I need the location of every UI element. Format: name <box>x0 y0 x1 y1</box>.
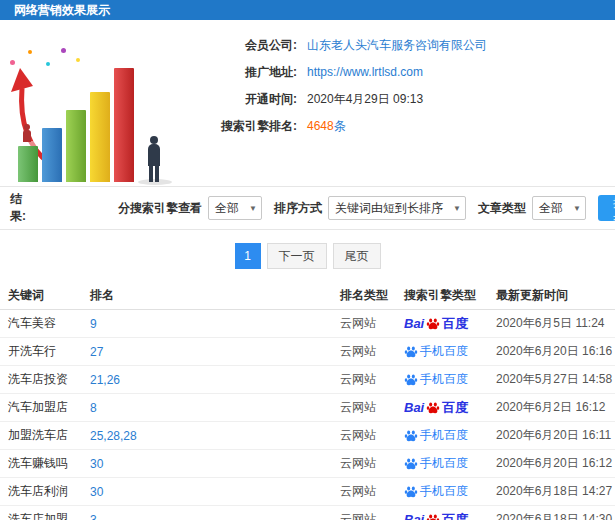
mobile-baidu-label: 手机百度 <box>420 343 468 360</box>
info-row-rank-count: 搜索引擎排名: 4648 条 <box>195 117 615 135</box>
baidu-logo-text: Bai <box>404 316 424 331</box>
keyword-cell: 洗车店投资 <box>8 371 90 388</box>
update-time-cell: 2020年6月20日 16:11 <box>496 427 615 444</box>
baidu-paw-icon <box>404 345 418 359</box>
update-time-cell: 2020年6月18日 14:30 <box>496 511 615 520</box>
col-rank-type: 排名类型 <box>340 287 404 304</box>
member-info-section: 会员公司: 山东老人头汽车服务咨询有限公司 推广地址: https://www.… <box>0 20 615 186</box>
sort-filter-select[interactable]: 关键词由短到长排序 ▼ <box>328 196 466 220</box>
pagination: 1 下一页 尾页 <box>0 243 615 269</box>
engine-type-cell: 手机百度 <box>404 371 496 388</box>
table-row: 洗车店投资 21,26 云网站 手机百度 2020年5月27日 14:58 <box>0 366 615 394</box>
col-engine-type: 搜索引擎类型 <box>404 287 496 304</box>
baidu-paw-icon <box>426 401 440 415</box>
engine-type-cell: 手机百度 <box>404 483 496 500</box>
illustration-bar <box>90 92 110 182</box>
engine-rank-label: 搜索引擎排名: <box>195 118 297 135</box>
rank-cell[interactable]: 21,26 <box>90 373 340 387</box>
rank-cell[interactable]: 9 <box>90 317 340 331</box>
update-time-cell: 2020年6月18日 14:27 <box>496 483 615 500</box>
rank-type-cell: 云网站 <box>340 511 404 520</box>
engine-filter-select[interactable]: 全部 ▼ <box>208 196 262 220</box>
baidu-paw-icon <box>404 429 418 443</box>
chevron-down-icon: ▼ <box>245 204 261 213</box>
pagination-next-button[interactable]: 下一页 <box>267 243 327 269</box>
table-row: 加盟洗车店 25,28,28 云网站 手机百度 2020年6月20日 16:11 <box>0 422 615 450</box>
mobile-baidu-label: 手机百度 <box>420 455 468 472</box>
rank-type-cell: 云网站 <box>340 343 404 360</box>
rank-type-cell: 云网站 <box>340 399 404 416</box>
table-row: 汽车美容 9 云网站 Bai 百度 2020年6月5日 11:24 <box>0 310 615 338</box>
baidu-logo-text: Bai <box>404 512 424 520</box>
info-row-url: 推广地址: https://www.lrtlsd.com <box>195 63 615 81</box>
sort-filter-label: 排序方式 <box>274 200 322 217</box>
chevron-down-icon: ▼ <box>569 204 585 213</box>
rank-cell[interactable]: 3 <box>90 513 340 520</box>
engine-type-cell: 手机百度 <box>404 343 496 360</box>
keyword-cell: 汽车美容 <box>8 315 90 332</box>
table-row: 洗车店加盟 3 云网站 Bai 百度 2020年6月18日 14:30 <box>0 506 615 520</box>
baidu-logo-cn: 百度 <box>442 315 468 333</box>
col-keyword: 关键词 <box>8 287 90 304</box>
table-row: 洗车赚钱吗 30 云网站 手机百度 2020年6月20日 16:12 <box>0 450 615 478</box>
update-time-cell: 2020年6月20日 16:16 <box>496 343 615 360</box>
rank-cell[interactable]: 27 <box>90 345 340 359</box>
filter-bar: 结果: 分搜索引擎查看 全部 ▼ 排序方式 关键词由短到长排序 ▼ 文章类型 全… <box>0 186 615 230</box>
engine-type-cell: Bai 百度 <box>404 399 496 417</box>
engine-rank-unit: 条 <box>334 118 346 135</box>
confetti-dot <box>76 58 80 62</box>
rank-type-cell: 云网站 <box>340 315 404 332</box>
table-row: 开洗车行 27 云网站 手机百度 2020年6月20日 16:16 <box>0 338 615 366</box>
person-figure <box>144 136 164 182</box>
submit-button[interactable]: 提交 <box>598 195 615 221</box>
rank-type-cell: 云网站 <box>340 455 404 472</box>
baidu-paw-icon <box>426 317 440 331</box>
table-row: 汽车加盟店 8 云网站 Bai 百度 2020年6月2日 16:12 <box>0 394 615 422</box>
rank-cell[interactable]: 30 <box>90 457 340 471</box>
engine-type-cell: Bai 百度 <box>404 315 496 333</box>
article-type-filter-label: 文章类型 <box>478 200 526 217</box>
mobile-baidu-label: 手机百度 <box>420 483 468 500</box>
result-label: 结果: <box>10 191 26 225</box>
article-type-select[interactable]: 全部 ▼ <box>532 196 586 220</box>
keyword-cell: 洗车店加盟 <box>8 511 90 520</box>
page-title-bar: 网络营销效果展示 <box>0 0 615 20</box>
update-time-cell: 2020年6月2日 16:12 <box>496 399 615 416</box>
open-time-value: 2020年4月29日 09:13 <box>307 91 423 108</box>
company-link[interactable]: 山东老人头汽车服务咨询有限公司 <box>307 37 487 54</box>
results-table: 关键词 排名 排名类型 搜索引擎类型 最新更新时间 汽车美容 9 云网站 Bai… <box>0 282 615 520</box>
table-header-row: 关键词 排名 排名类型 搜索引擎类型 最新更新时间 <box>0 282 615 310</box>
baidu-logo-cn: 百度 <box>442 511 468 520</box>
keyword-cell: 汽车加盟店 <box>8 399 90 416</box>
rank-cell[interactable]: 25,28,28 <box>90 429 340 443</box>
table-row: 洗车店利润 30 云网站 手机百度 2020年6月18日 14:27 <box>0 478 615 506</box>
bar-chart-illustration <box>6 42 184 182</box>
update-time-cell: 2020年6月5日 11:24 <box>496 315 615 332</box>
keyword-cell: 洗车店利润 <box>8 483 90 500</box>
chevron-down-icon: ▼ <box>449 204 465 213</box>
engine-type-cell: 手机百度 <box>404 427 496 444</box>
baidu-paw-icon <box>404 373 418 387</box>
promo-url-link[interactable]: https://www.lrtlsd.com <box>307 65 423 79</box>
rank-type-cell: 云网站 <box>340 483 404 500</box>
baidu-paw-icon <box>426 513 440 520</box>
engine-type-cell: 手机百度 <box>404 455 496 472</box>
pagination-page-1[interactable]: 1 <box>235 243 261 269</box>
mobile-baidu-label: 手机百度 <box>420 371 468 388</box>
update-time-cell: 2020年6月20日 16:12 <box>496 455 615 472</box>
illustration-bar <box>42 128 62 182</box>
company-label: 会员公司: <box>195 37 297 54</box>
col-update-time: 最新更新时间 <box>496 287 615 304</box>
info-row-company: 会员公司: 山东老人头汽车服务咨询有限公司 <box>195 36 615 54</box>
rank-cell[interactable]: 30 <box>90 485 340 499</box>
keyword-cell: 洗车赚钱吗 <box>8 455 90 472</box>
mobile-baidu-label: 手机百度 <box>420 427 468 444</box>
person-figure <box>20 124 34 146</box>
promo-url-label: 推广地址: <box>195 64 297 81</box>
pagination-last-button[interactable]: 尾页 <box>333 243 381 269</box>
rank-cell[interactable]: 8 <box>90 401 340 415</box>
illustration-bar <box>18 146 38 182</box>
engine-type-cell: Bai 百度 <box>404 511 496 520</box>
illustration-bar <box>114 68 134 182</box>
engine-filter-label: 分搜索引擎查看 <box>118 200 202 217</box>
